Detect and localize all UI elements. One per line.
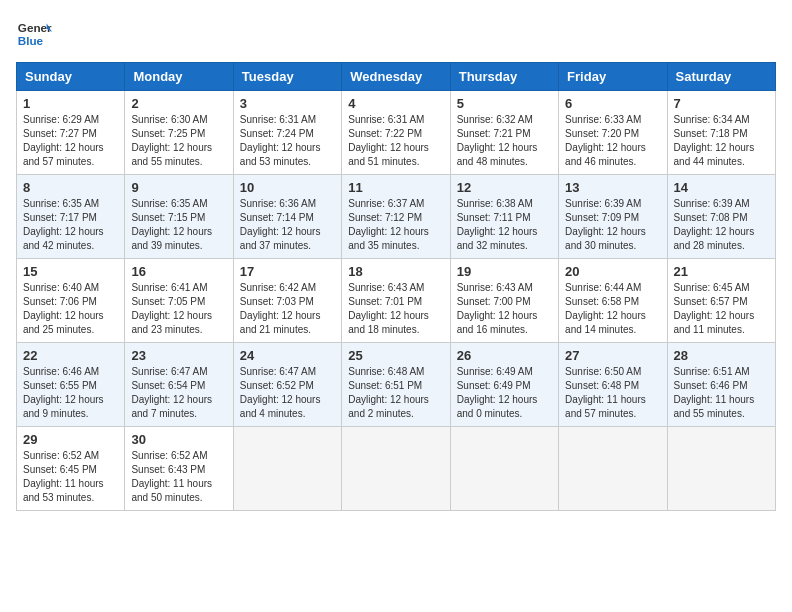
day-cell-12: 12Sunrise: 6:38 AM Sunset: 7:11 PM Dayli… xyxy=(450,175,558,259)
day-number: 13 xyxy=(565,180,660,195)
day-cell-28: 28Sunrise: 6:51 AM Sunset: 6:46 PM Dayli… xyxy=(667,343,775,427)
day-number: 8 xyxy=(23,180,118,195)
weekday-header-thursday: Thursday xyxy=(450,63,558,91)
day-number: 12 xyxy=(457,180,552,195)
empty-cell xyxy=(233,427,341,511)
calendar-week-2: 8Sunrise: 6:35 AM Sunset: 7:17 PM Daylig… xyxy=(17,175,776,259)
day-number: 30 xyxy=(131,432,226,447)
day-info: Sunrise: 6:52 AM Sunset: 6:43 PM Dayligh… xyxy=(131,449,226,505)
empty-cell xyxy=(559,427,667,511)
day-number: 5 xyxy=(457,96,552,111)
day-info: Sunrise: 6:52 AM Sunset: 6:45 PM Dayligh… xyxy=(23,449,118,505)
day-info: Sunrise: 6:35 AM Sunset: 7:15 PM Dayligh… xyxy=(131,197,226,253)
empty-cell xyxy=(667,427,775,511)
day-number: 1 xyxy=(23,96,118,111)
day-number: 9 xyxy=(131,180,226,195)
day-info: Sunrise: 6:42 AM Sunset: 7:03 PM Dayligh… xyxy=(240,281,335,337)
day-cell-13: 13Sunrise: 6:39 AM Sunset: 7:09 PM Dayli… xyxy=(559,175,667,259)
day-number: 10 xyxy=(240,180,335,195)
day-number: 15 xyxy=(23,264,118,279)
day-number: 7 xyxy=(674,96,769,111)
day-number: 18 xyxy=(348,264,443,279)
weekday-header-wednesday: Wednesday xyxy=(342,63,450,91)
day-number: 29 xyxy=(23,432,118,447)
day-cell-19: 19Sunrise: 6:43 AM Sunset: 7:00 PM Dayli… xyxy=(450,259,558,343)
weekday-header-friday: Friday xyxy=(559,63,667,91)
day-info: Sunrise: 6:31 AM Sunset: 7:22 PM Dayligh… xyxy=(348,113,443,169)
day-cell-11: 11Sunrise: 6:37 AM Sunset: 7:12 PM Dayli… xyxy=(342,175,450,259)
day-info: Sunrise: 6:47 AM Sunset: 6:52 PM Dayligh… xyxy=(240,365,335,421)
day-info: Sunrise: 6:41 AM Sunset: 7:05 PM Dayligh… xyxy=(131,281,226,337)
day-number: 25 xyxy=(348,348,443,363)
day-info: Sunrise: 6:47 AM Sunset: 6:54 PM Dayligh… xyxy=(131,365,226,421)
day-info: Sunrise: 6:33 AM Sunset: 7:20 PM Dayligh… xyxy=(565,113,660,169)
day-number: 22 xyxy=(23,348,118,363)
day-number: 27 xyxy=(565,348,660,363)
header: General Blue xyxy=(16,16,776,52)
day-cell-26: 26Sunrise: 6:49 AM Sunset: 6:49 PM Dayli… xyxy=(450,343,558,427)
day-number: 16 xyxy=(131,264,226,279)
day-info: Sunrise: 6:45 AM Sunset: 6:57 PM Dayligh… xyxy=(674,281,769,337)
day-info: Sunrise: 6:35 AM Sunset: 7:17 PM Dayligh… xyxy=(23,197,118,253)
day-number: 3 xyxy=(240,96,335,111)
day-number: 19 xyxy=(457,264,552,279)
calendar-week-5: 29Sunrise: 6:52 AM Sunset: 6:45 PM Dayli… xyxy=(17,427,776,511)
day-info: Sunrise: 6:46 AM Sunset: 6:55 PM Dayligh… xyxy=(23,365,118,421)
calendar-week-4: 22Sunrise: 6:46 AM Sunset: 6:55 PM Dayli… xyxy=(17,343,776,427)
day-cell-3: 3Sunrise: 6:31 AM Sunset: 7:24 PM Daylig… xyxy=(233,91,341,175)
day-number: 14 xyxy=(674,180,769,195)
weekday-header-sunday: Sunday xyxy=(17,63,125,91)
empty-cell xyxy=(342,427,450,511)
day-number: 17 xyxy=(240,264,335,279)
weekday-header-monday: Monday xyxy=(125,63,233,91)
svg-text:Blue: Blue xyxy=(18,34,44,47)
day-info: Sunrise: 6:38 AM Sunset: 7:11 PM Dayligh… xyxy=(457,197,552,253)
day-number: 26 xyxy=(457,348,552,363)
logo: General Blue xyxy=(16,16,56,52)
day-info: Sunrise: 6:40 AM Sunset: 7:06 PM Dayligh… xyxy=(23,281,118,337)
calendar: SundayMondayTuesdayWednesdayThursdayFrid… xyxy=(16,62,776,511)
day-cell-5: 5Sunrise: 6:32 AM Sunset: 7:21 PM Daylig… xyxy=(450,91,558,175)
day-cell-1: 1Sunrise: 6:29 AM Sunset: 7:27 PM Daylig… xyxy=(17,91,125,175)
day-number: 20 xyxy=(565,264,660,279)
day-info: Sunrise: 6:32 AM Sunset: 7:21 PM Dayligh… xyxy=(457,113,552,169)
calendar-week-3: 15Sunrise: 6:40 AM Sunset: 7:06 PM Dayli… xyxy=(17,259,776,343)
day-cell-21: 21Sunrise: 6:45 AM Sunset: 6:57 PM Dayli… xyxy=(667,259,775,343)
day-info: Sunrise: 6:36 AM Sunset: 7:14 PM Dayligh… xyxy=(240,197,335,253)
day-cell-9: 9Sunrise: 6:35 AM Sunset: 7:15 PM Daylig… xyxy=(125,175,233,259)
day-info: Sunrise: 6:37 AM Sunset: 7:12 PM Dayligh… xyxy=(348,197,443,253)
day-cell-30: 30Sunrise: 6:52 AM Sunset: 6:43 PM Dayli… xyxy=(125,427,233,511)
day-info: Sunrise: 6:34 AM Sunset: 7:18 PM Dayligh… xyxy=(674,113,769,169)
day-info: Sunrise: 6:49 AM Sunset: 6:49 PM Dayligh… xyxy=(457,365,552,421)
day-cell-18: 18Sunrise: 6:43 AM Sunset: 7:01 PM Dayli… xyxy=(342,259,450,343)
day-info: Sunrise: 6:29 AM Sunset: 7:27 PM Dayligh… xyxy=(23,113,118,169)
day-number: 23 xyxy=(131,348,226,363)
day-cell-7: 7Sunrise: 6:34 AM Sunset: 7:18 PM Daylig… xyxy=(667,91,775,175)
day-number: 28 xyxy=(674,348,769,363)
calendar-header-row: SundayMondayTuesdayWednesdayThursdayFrid… xyxy=(17,63,776,91)
day-number: 6 xyxy=(565,96,660,111)
day-info: Sunrise: 6:44 AM Sunset: 6:58 PM Dayligh… xyxy=(565,281,660,337)
day-info: Sunrise: 6:31 AM Sunset: 7:24 PM Dayligh… xyxy=(240,113,335,169)
day-cell-29: 29Sunrise: 6:52 AM Sunset: 6:45 PM Dayli… xyxy=(17,427,125,511)
calendar-week-1: 1Sunrise: 6:29 AM Sunset: 7:27 PM Daylig… xyxy=(17,91,776,175)
day-cell-10: 10Sunrise: 6:36 AM Sunset: 7:14 PM Dayli… xyxy=(233,175,341,259)
day-info: Sunrise: 6:30 AM Sunset: 7:25 PM Dayligh… xyxy=(131,113,226,169)
day-cell-23: 23Sunrise: 6:47 AM Sunset: 6:54 PM Dayli… xyxy=(125,343,233,427)
empty-cell xyxy=(450,427,558,511)
weekday-header-tuesday: Tuesday xyxy=(233,63,341,91)
day-cell-4: 4Sunrise: 6:31 AM Sunset: 7:22 PM Daylig… xyxy=(342,91,450,175)
day-info: Sunrise: 6:43 AM Sunset: 7:01 PM Dayligh… xyxy=(348,281,443,337)
day-number: 4 xyxy=(348,96,443,111)
day-cell-24: 24Sunrise: 6:47 AM Sunset: 6:52 PM Dayli… xyxy=(233,343,341,427)
day-cell-14: 14Sunrise: 6:39 AM Sunset: 7:08 PM Dayli… xyxy=(667,175,775,259)
day-info: Sunrise: 6:43 AM Sunset: 7:00 PM Dayligh… xyxy=(457,281,552,337)
day-cell-15: 15Sunrise: 6:40 AM Sunset: 7:06 PM Dayli… xyxy=(17,259,125,343)
day-number: 2 xyxy=(131,96,226,111)
day-info: Sunrise: 6:39 AM Sunset: 7:09 PM Dayligh… xyxy=(565,197,660,253)
day-cell-6: 6Sunrise: 6:33 AM Sunset: 7:20 PM Daylig… xyxy=(559,91,667,175)
logo-icon: General Blue xyxy=(16,16,52,52)
day-number: 24 xyxy=(240,348,335,363)
day-info: Sunrise: 6:51 AM Sunset: 6:46 PM Dayligh… xyxy=(674,365,769,421)
day-info: Sunrise: 6:39 AM Sunset: 7:08 PM Dayligh… xyxy=(674,197,769,253)
